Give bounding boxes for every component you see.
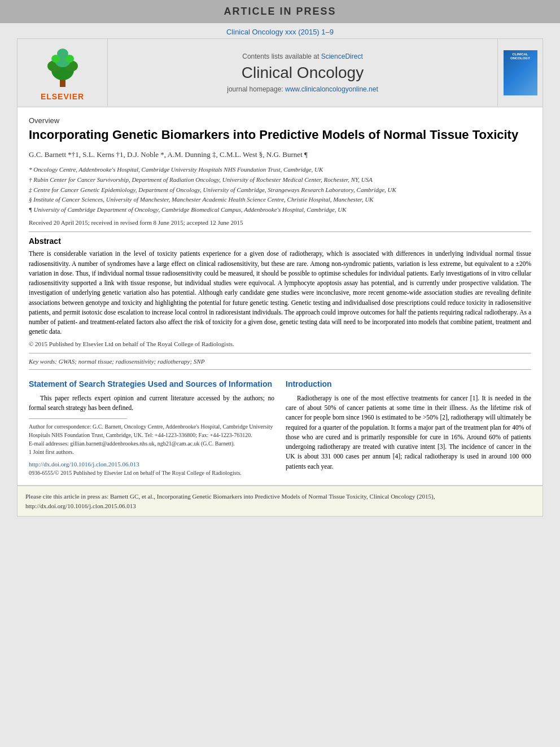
journal-homepage: journal homepage: www.clinicaloncologyon…	[227, 85, 378, 93]
email-label: E-mail addresses:	[29, 440, 69, 447]
two-column-body: Statement of Search Strategies Used and …	[29, 379, 531, 477]
email-link-1[interactable]: gillian.barnett@addenbrookes.nhs.uk	[70, 440, 154, 447]
divider-3	[29, 369, 531, 370]
affiliation-2: † Rubin Center for Cancer Survivorship, …	[29, 175, 531, 185]
right-column: Introduction Radiotherapy is one of the …	[286, 379, 531, 477]
elsevier-brand: ELSEVIER	[41, 92, 84, 101]
abstract-section: Abstract There is considerable variation…	[29, 237, 531, 347]
journal-cover-image: CLINICALONCOLOGY	[497, 39, 542, 107]
elsevier-logo: ELSEVIER	[40, 45, 85, 101]
affiliations: * Oncology Centre, Addenbrooke's Hospita…	[29, 165, 531, 215]
received-dates: Received 20 April 2015; received in revi…	[29, 219, 531, 226]
journal-info-center: Contents lists available at ScienceDirec…	[108, 39, 497, 107]
affiliation-1: * Oncology Centre, Addenbrooke's Hospita…	[29, 165, 531, 175]
footnote-email: E-mail addresses: gillian.barnett@addenb…	[29, 439, 274, 448]
elsevier-logo-section: ELSEVIER	[18, 39, 108, 107]
divider-1	[29, 231, 531, 232]
cover-label: CLINICALONCOLOGY	[510, 53, 530, 60]
keywords: Key words: GWAS; normal tissue; radiosen…	[29, 358, 531, 365]
email-suffix: (G.C. Barnett).	[201, 440, 235, 447]
doi-link[interactable]: http://dx.doi.org/10.1016/j.clon.2015.06…	[29, 461, 274, 468]
keywords-text: Key words: GWAS; normal tissue; radiosen…	[29, 358, 204, 365]
journal-title: Clinical Oncology	[242, 64, 364, 82]
copyright-line: © 2015 Published by Elsevier Ltd on beha…	[29, 340, 531, 347]
introduction-heading: Introduction	[286, 379, 531, 389]
affiliation-4: § Institute of Cancer Sciences, Universi…	[29, 195, 531, 205]
authors-line: G.C. Barnett *†1, S.L. Kerns †1, D.J. No…	[29, 149, 531, 161]
article-title: Incorporating Genetic Biomarkers into Pr…	[29, 127, 531, 143]
journal-reference: Clinical Oncology xxx (2015) 1–9	[0, 23, 560, 38]
science-direct-link[interactable]: ScienceDirect	[321, 53, 363, 60]
journal-header: ELSEVIER Contents lists available at Sci…	[17, 38, 543, 107]
statement-text: This paper reflects expert opinion and c…	[29, 394, 274, 413]
cover-thumbnail: CLINICALONCOLOGY	[504, 50, 537, 95]
email-link-2[interactable]: ngb21@cam.ac.uk	[158, 440, 200, 447]
left-column: Statement of Search Strategies Used and …	[29, 379, 274, 477]
issn-line: 0936-6555/© 2015 Published by Elsevier L…	[29, 470, 274, 476]
abstract-text: There is considerable variation in the l…	[29, 249, 531, 337]
article-in-press-banner: ARTICLE IN PRESS	[0, 0, 560, 23]
divider-2	[29, 353, 531, 353]
footnote-joint-authors: 1 Joint first authors.	[29, 448, 274, 456]
statement-heading: Statement of Search Strategies Used and …	[29, 379, 274, 389]
introduction-text: Radiotherapy is one of the most effectiv…	[286, 394, 531, 471]
footnote-correspondence: Author for correspondence: G.C. Barnett,…	[29, 422, 274, 439]
citation-box: Please cite this article in press as: Ba…	[17, 486, 543, 517]
affiliation-5: ¶ University of Cambridge Department of …	[29, 205, 531, 215]
svg-point-7	[57, 49, 68, 59]
science-direct-label: Contents lists available at ScienceDirec…	[242, 53, 362, 60]
footnote-divider	[29, 418, 127, 419]
section-label: Overview	[29, 116, 531, 125]
abstract-title: Abstract	[29, 237, 531, 246]
article-content: Overview Incorporating Genetic Biomarker…	[17, 107, 543, 486]
affiliation-3: ‡ Centre for Cancer Genetic Epidemiology…	[29, 185, 531, 195]
homepage-link[interactable]: www.clinicaloncologyonline.net	[285, 85, 378, 93]
